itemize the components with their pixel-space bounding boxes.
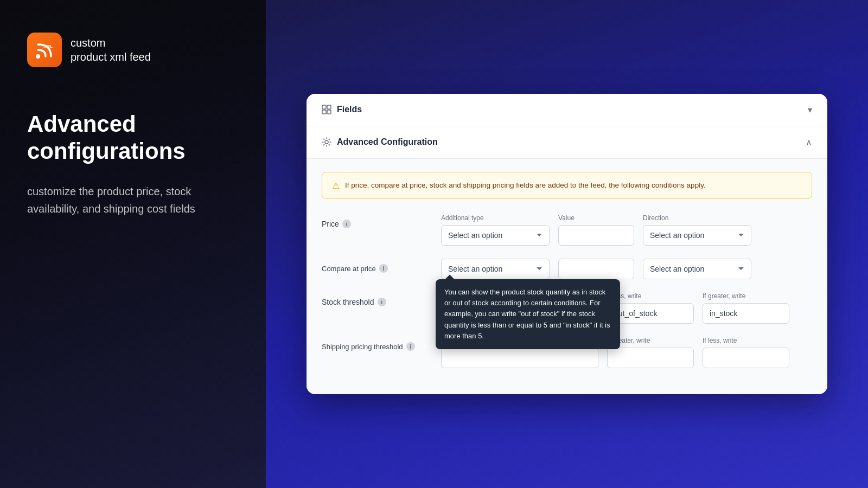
compare-label-group: Compare at price i <box>322 259 430 273</box>
shipping-info-icon[interactable]: i <box>406 342 415 351</box>
price-direction-select[interactable]: Select an option Before After <box>643 225 751 246</box>
advanced-title: Advanced Configuration <box>337 137 438 147</box>
price-value-input[interactable] <box>558 225 634 246</box>
sub-description: customize the product price, stock avail… <box>27 183 239 217</box>
logo-line1: custom <box>71 36 151 50</box>
logo-area: XML custom product xml feed <box>27 33 239 67</box>
price-info-icon[interactable]: i <box>342 220 351 228</box>
compare-row-content: Select an option Fixed amount Percentage… <box>441 259 812 279</box>
stock-if-greater-label: If greater, write <box>703 292 789 300</box>
left-panel: XML custom product xml feed Advanced con… <box>0 0 266 488</box>
fields-icon <box>322 105 331 114</box>
svg-point-0 <box>36 54 40 59</box>
stock-label-group: Stock threshold i <box>322 292 430 306</box>
app-logo-icon: XML <box>27 33 62 67</box>
price-label: Price <box>322 220 339 228</box>
compare-additional-type-select[interactable]: Select an option Fixed amount Percentage <box>441 259 550 279</box>
price-additional-type-group: Additional type Select an option Fixed a… <box>441 214 550 246</box>
compare-value-group <box>558 259 634 279</box>
svg-rect-4 <box>322 110 326 114</box>
shipping-if-greater-group: If greater, write <box>607 337 694 368</box>
shipping-if-greater-label: If greater, write <box>607 337 694 344</box>
price-direction-group: Direction Select an option Before After <box>643 214 751 246</box>
price-value-label: Value <box>558 214 634 222</box>
stock-if-less-group: If less, write <box>607 292 694 324</box>
shipping-if-greater-input[interactable] <box>607 348 694 368</box>
shipping-label: Shipping pricing threshold <box>322 343 403 351</box>
stock-tooltip: You can show the product stock quantity … <box>436 279 620 349</box>
advanced-section: Advanced Configuration ∧ ⚠ If price, com… <box>307 126 827 394</box>
price-additional-type-select[interactable]: Select an option Fixed amount Percentage… <box>441 225 550 246</box>
shipping-condition-input[interactable] <box>441 348 598 368</box>
shipping-if-less-input[interactable] <box>703 348 789 368</box>
compare-additional-type-group: Select an option Fixed amount Percentage <box>441 259 550 279</box>
shipping-if-less-group: If less, write <box>703 337 789 368</box>
svg-rect-3 <box>327 105 331 109</box>
warning-banner: ⚠ If price, compare at price, stock and … <box>322 172 812 199</box>
compare-row: Compare at price i Select an option Fixe… <box>322 259 812 279</box>
advanced-section-header[interactable]: Advanced Configuration ∧ <box>307 126 827 159</box>
advanced-chevron: ∧ <box>806 137 812 147</box>
logo-text: custom product xml feed <box>71 36 151 64</box>
price-row: Price i Additional type Select an option… <box>322 214 812 246</box>
svg-text:XML: XML <box>43 44 53 49</box>
shipping-label-group: Shipping pricing threshold i <box>322 337 430 351</box>
price-row-content: Additional type Select an option Fixed a… <box>441 214 812 246</box>
stock-label: Stock threshold <box>322 298 374 306</box>
tooltip-text: You can show the product stock quantity … <box>444 288 610 340</box>
svg-rect-5 <box>327 110 331 114</box>
fields-section-header[interactable]: Fields ▾ <box>307 94 827 126</box>
main-heading: Advanced configurations <box>27 111 239 165</box>
compare-value-input[interactable] <box>558 259 634 279</box>
stock-if-greater-input[interactable] <box>703 303 789 324</box>
fields-header-left: Fields <box>322 105 362 114</box>
shipping-if-less-label: If less, write <box>703 337 789 344</box>
stock-info-icon[interactable]: i <box>378 298 386 306</box>
price-label-group: Price i <box>322 214 430 228</box>
compare-info-icon[interactable]: i <box>379 264 388 273</box>
svg-point-6 <box>325 140 328 144</box>
fields-title: Fields <box>337 105 362 114</box>
fields-chevron: ▾ <box>808 105 812 115</box>
advanced-body: ⚠ If price, compare at price, stock and … <box>307 159 827 394</box>
svg-rect-2 <box>322 105 326 109</box>
stock-if-greater-group: If greater, write <box>703 292 789 324</box>
compare-label: Compare at price <box>322 265 376 273</box>
warning-text: If price, compare at price, stock and sh… <box>345 180 706 191</box>
compare-direction-select[interactable]: Select an option Before After <box>643 259 751 279</box>
advanced-header-left: Advanced Configuration <box>322 137 438 147</box>
price-value-group: Value <box>558 214 634 246</box>
warning-icon: ⚠ <box>332 181 340 191</box>
price-direction-label: Direction <box>643 214 751 222</box>
gear-icon <box>322 137 331 147</box>
price-additional-type-label: Additional type <box>441 214 550 222</box>
stock-if-less-input[interactable] <box>607 303 694 324</box>
stock-if-less-label: If less, write <box>607 292 694 300</box>
right-panel: Fields ▾ Advanced Configuration ∧ <box>266 0 868 488</box>
main-card: Fields ▾ Advanced Configuration ∧ <box>307 94 827 394</box>
compare-direction-group: Select an option Before After <box>643 259 751 279</box>
logo-line2: product xml feed <box>71 50 151 64</box>
